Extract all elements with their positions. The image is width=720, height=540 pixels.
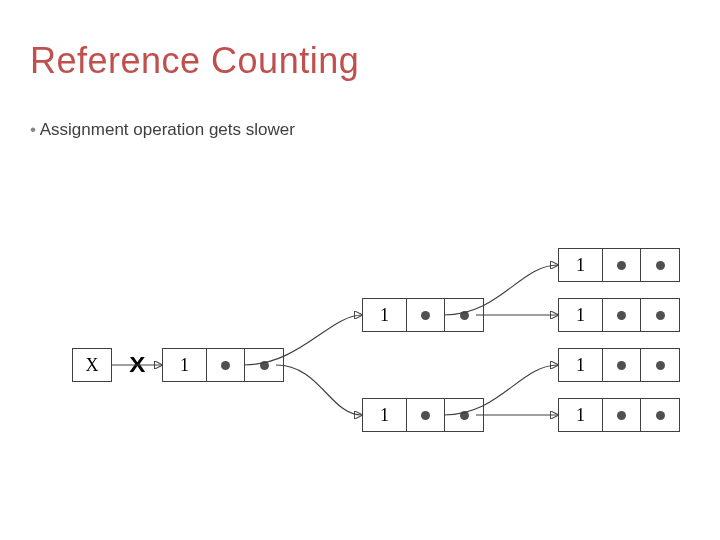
dot-icon (421, 411, 430, 420)
pointer-cell (445, 299, 483, 331)
pointer-cell (603, 249, 641, 281)
dot-icon (656, 311, 665, 320)
dot-icon (656, 261, 665, 270)
dot-icon (460, 411, 469, 420)
pointer-cell (641, 299, 679, 331)
refcount-cell: 1 (363, 399, 407, 431)
node-leaf-3: 1 (558, 348, 680, 382)
node-level1-top: 1 (362, 298, 484, 332)
dot-icon (460, 311, 469, 320)
dot-icon (221, 361, 230, 370)
dot-icon (617, 261, 626, 270)
pointer-cell (603, 399, 641, 431)
dot-icon (421, 311, 430, 320)
slide: Reference Counting Assignment operation … (0, 0, 720, 540)
page-title: Reference Counting (30, 40, 359, 82)
pointer-cell (245, 349, 283, 381)
refcount-cell: 1 (363, 299, 407, 331)
node-level2: 1 (162, 348, 284, 382)
pointer-cell (641, 399, 679, 431)
dot-icon (617, 411, 626, 420)
refcount-cell: 1 (559, 249, 603, 281)
node-level1-bot: 1 (362, 398, 484, 432)
var-x-box: X (72, 348, 112, 382)
dot-icon (656, 361, 665, 370)
refcount-cell: 1 (559, 299, 603, 331)
pointer-cell (641, 249, 679, 281)
dot-icon (656, 411, 665, 420)
node-leaf-4: 1 (558, 398, 680, 432)
pointer-cell (407, 399, 445, 431)
pointer-cell (641, 349, 679, 381)
pointer-cell (407, 299, 445, 331)
deleted-pointer-cross: X (129, 352, 145, 378)
var-x-label: X (86, 355, 99, 376)
pointer-cell (603, 299, 641, 331)
refcount-cell: 1 (559, 349, 603, 381)
node-leaf-1: 1 (558, 248, 680, 282)
bullet-assignment-slower: Assignment operation gets slower (30, 120, 295, 140)
dot-icon (617, 311, 626, 320)
refcount-cell: 1 (163, 349, 207, 381)
arrow (276, 365, 362, 415)
dot-icon (617, 361, 626, 370)
dot-icon (260, 361, 269, 370)
pointer-cell (603, 349, 641, 381)
node-leaf-2: 1 (558, 298, 680, 332)
pointer-cell (207, 349, 245, 381)
pointer-cell (445, 399, 483, 431)
refcount-cell: 1 (559, 399, 603, 431)
